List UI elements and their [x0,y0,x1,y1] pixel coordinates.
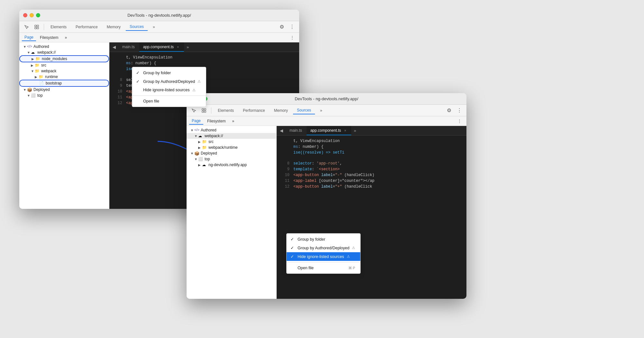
code-line-12-2: 12 <app-button label="+" (handleClick [277,184,466,190]
tab-more-2[interactable]: » [316,107,326,114]
inspect-icon-2[interactable] [199,106,208,115]
code-line-top-1: t, ViewEncapsulation [109,55,299,60]
tree-bootstrap-1[interactable]: 📄 bootstrap [19,80,109,87]
sub-toolbar-1: Page Filesystem » ⋮ [19,33,299,42]
tree-top-1[interactable]: ⬜ top [19,93,109,98]
sub-tab-filesystem-2[interactable]: Filesystem [205,118,228,124]
editor-tab-appcomponent-1[interactable]: app.component.ts × [139,42,184,52]
editor-tab-appcomponent-2[interactable]: app.component.ts × [307,126,351,135]
toolbar-divider-2 [211,107,211,114]
file-tree-2: </> Authored ☁ webpack:// 📁 src 📁 webpac… [187,126,277,299]
tree-deployed-1[interactable]: 📦 Deployed [19,87,109,93]
webpack-runtime-icon-2: 📁 [202,145,207,150]
editor-tab-maints-2[interactable]: main.ts [286,126,306,135]
warn-icon-2b: ⚠ [347,254,350,259]
minimize-button-1[interactable] [30,13,34,17]
webpack-arrow-2 [194,134,198,138]
tree-node-modules-1[interactable]: 📁 node_modules [19,55,109,62]
maximize-button-1[interactable] [36,13,40,17]
menu-group-authored-1[interactable]: Group by Authored/Deployed ⚠ [132,77,206,86]
svg-rect-8 [204,111,206,112]
tab-sources-1[interactable]: Sources [126,23,148,31]
settings-icon-2[interactable]: ⚙ [445,106,454,115]
tab-performance-2[interactable]: Performance [239,107,269,114]
authored-label-2: Authored [201,128,216,132]
top-arrow-1 [27,94,31,97]
tab-memory-1[interactable]: Memory [103,23,124,31]
tab-elements-2[interactable]: Elements [214,107,238,114]
tree-webpack-runtime-2[interactable]: 📁 webpack/runtime [187,145,276,150]
menu-hide-ignore-2[interactable]: Hide ignore-listed sources ⚠ [287,252,360,261]
tree-webpack-1[interactable]: ☁ webpack:// [19,49,109,55]
menu-hide-ignore-label-2: Hide ignore-listed sources [298,254,344,259]
editor-nav-more-1[interactable]: » [185,42,191,52]
sub-tab-page-2[interactable]: Page [189,118,203,125]
sub-tab-more-2[interactable]: » [229,118,237,124]
tree-runtime-1[interactable]: 📁 runtime [19,74,109,80]
code-line-2-2: ms: number) { [277,144,466,150]
tab-more-1[interactable]: » [149,23,159,31]
tab-memory-2[interactable]: Memory [270,107,292,114]
editor-nav-more-2[interactable]: » [352,126,358,135]
svg-rect-6 [204,109,206,110]
settings-icon[interactable]: ⚙ [277,22,286,31]
tab-close-icon-1[interactable]: × [176,45,180,49]
cursor-icon-2[interactable] [189,106,198,115]
editor-tabs-1: ◀ main.ts app.component.ts × » [109,42,299,52]
inspect-icon[interactable] [32,22,41,31]
webpack-runtime-label-2: webpack/runtime [208,145,238,150]
sub-toolbar-2: Page Filesystem » ⋮ [187,116,466,126]
tree-ng-devtools-2[interactable]: ☁ ng-devtools.netlify.app [187,162,276,168]
tree-authored-2[interactable]: </> Authored [187,127,276,133]
more-options-icon-1[interactable]: ⋮ [288,33,297,42]
editor-nav-back-1[interactable]: ◀ [111,42,118,52]
more-icon[interactable]: ⋮ [288,22,297,31]
menu-group-authored-2[interactable]: Group by Authored/Deployed ⚠ [287,244,360,252]
sub-tab-more-1[interactable]: » [62,34,69,41]
warn-icon-1a: ⚠ [198,79,201,84]
main-toolbar-1: Elements Performance Memory Sources » ⚙ … [19,21,299,33]
tree-top-2[interactable]: ⬜ top [187,156,276,162]
sub-tab-filesystem-1[interactable]: Filesystem [37,34,61,41]
tree-deployed-2[interactable]: 📦 Deployed [187,150,276,156]
menu-open-file-2[interactable]: Open file ⌘ P [287,264,360,272]
tab-close-icon-2[interactable]: × [343,129,347,132]
editor-tab-label-maints-1: main.ts [122,45,135,49]
more-icon-2[interactable]: ⋮ [455,106,464,115]
menu-open-file-1[interactable]: Open file [132,97,206,105]
sub-tab-page-1[interactable]: Page [22,34,36,41]
context-menu-2: Group by folder Group by Authored/Deploy… [286,233,361,274]
tree-src-2[interactable]: 📁 src [187,139,276,145]
tree-authored-1[interactable]: </> Authored [19,44,109,49]
cursor-icon[interactable] [22,22,31,31]
main-toolbar-2: Elements Performance Memory Sources » ⚙ … [187,105,466,116]
authored-icon-1: </> [27,44,32,49]
editor-nav-back-2[interactable]: ◀ [278,126,285,135]
runtime-folder-icon-1: 📁 [39,75,44,79]
menu-open-file-label-1: Open file [143,99,159,103]
top-icon-1: ⬜ [31,93,36,98]
tree-webpack-2[interactable]: ☁ webpack:// [187,133,276,139]
more-options-icon-2[interactable]: ⋮ [455,117,464,126]
tab-sources-2[interactable]: Sources [293,107,315,114]
editor-tab-maints-1[interactable]: main.ts [118,42,139,52]
tree-webpack-folder-1[interactable]: 📁 webpack [19,68,109,74]
menu-divider-1 [132,95,206,96]
editor-tab-label-app-1: app.component.ts [143,45,174,49]
node-modules-label-1: node_modules [42,57,67,61]
code-colon-2: : number) { [298,145,323,149]
top-icon-2: ⬜ [198,157,203,161]
tree-src-1[interactable]: 📁 src [19,62,109,68]
close-button-1[interactable] [23,13,27,17]
webpack-icon-1: ☁ [31,50,36,55]
menu-hide-ignore-1[interactable]: Hide ignore-listed sources ⚠ [132,86,206,94]
tab-elements-1[interactable]: Elements [47,23,70,31]
svg-rect-0 [35,25,36,27]
warn-icon-1b: ⚠ [192,88,196,92]
node-modules-folder-icon-1: 📁 [35,57,41,61]
menu-group-folder-2[interactable]: Group by folder [287,235,360,244]
menu-group-folder-1[interactable]: Group by folder [132,68,206,77]
tab-performance-1[interactable]: Performance [72,23,102,31]
deployed-icon-1: 📦 [27,87,32,92]
top-arrow-2 [194,157,198,161]
